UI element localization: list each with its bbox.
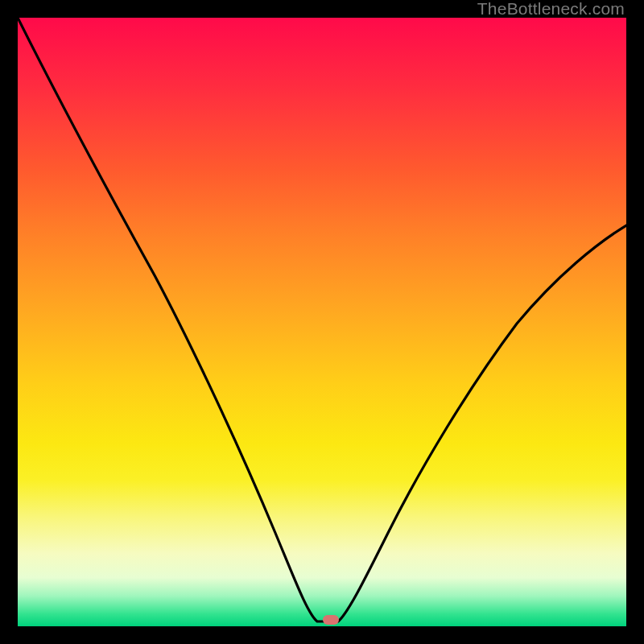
bottleneck-curve [18,18,626,626]
chart-frame: TheBottleneck.com [0,0,644,644]
watermark-text: TheBottleneck.com [477,0,625,18]
plot-area [18,18,626,626]
optimal-point-marker [323,615,339,625]
